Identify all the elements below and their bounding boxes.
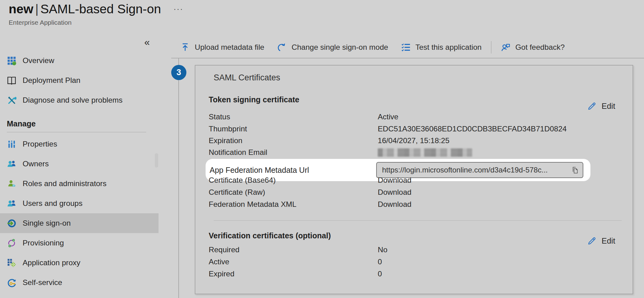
key-icon [7, 278, 16, 287]
federation-metadata-xml-row: Federation Metadata XML Download [209, 198, 620, 210]
sidebar-item-label: Roles and administrators [23, 179, 107, 188]
row-label: Notification Email [209, 148, 378, 157]
sidebar-item-label: Deployment Plan [23, 76, 80, 85]
download-xml-link[interactable]: Download [378, 200, 411, 209]
sidebar-item-label: Overview [23, 56, 54, 65]
sidebar-item-deployment-plan[interactable]: Deployment Plan [0, 70, 159, 90]
saml-certificates-card: SAML Certificates Token signing certific… [195, 65, 633, 294]
change-sso-mode-button[interactable]: Change single sign-on mode [272, 39, 394, 56]
sidebar-item-provisioning[interactable]: Provisioning [0, 233, 159, 253]
sync-icon [7, 238, 16, 248]
active-row: Active 0 [209, 256, 620, 268]
row-label: Thumbprint [209, 125, 378, 133]
tools-icon [7, 96, 16, 105]
download-base64-link[interactable]: Download [378, 176, 411, 185]
row-label: Certificate (Base64) [209, 176, 378, 185]
sign-in-icon [7, 219, 16, 228]
metadata-url-value: https://login.microsoftonline.com/d3a4c1… [382, 166, 548, 174]
thumbprint-row: Thumbprint EDC51A30E36068ED1CD0CDB3BECFA… [209, 123, 620, 135]
app-window: new|SAML-based Sign-on ··· Enterprise Ap… [0, 0, 644, 298]
sidebar-item-application-proxy[interactable]: Application proxy [0, 253, 159, 273]
sidebar-item-label: Users and groups [23, 199, 82, 208]
upload-metadata-button[interactable]: Upload metadata file [175, 39, 270, 56]
edit-token-signing-button[interactable]: Edit [587, 102, 615, 111]
toolbar-button-label: Upload metadata file [195, 43, 264, 52]
token-signing-heading: Token signing certificate [209, 95, 299, 104]
sidebar-item-properties[interactable]: Properties [0, 134, 159, 154]
card-title: SAML Certificates [214, 73, 280, 83]
undo-icon [277, 43, 287, 52]
sidebar-item-label: Owners [23, 160, 49, 168]
download-raw-link[interactable]: Download [378, 188, 411, 197]
page-subtitle: Enterprise Application [9, 19, 183, 26]
expiration-value: 16/04/2027, 15:18:25 [378, 136, 450, 145]
thumbprint-value: EDC51A30E36068ED1CD0CDB3BECFAD34B71D0824 [378, 125, 567, 133]
row-label: Expired [209, 270, 378, 278]
row-label: Certificate (Raw) [209, 188, 378, 197]
expiration-row: Expiration 16/04/2027, 15:18:25 [209, 135, 620, 147]
overview-icon [7, 56, 16, 66]
checklist-icon [401, 43, 411, 52]
expired-value: 0 [378, 270, 382, 278]
status-row: Status Active [209, 111, 620, 123]
feedback-icon [501, 43, 511, 52]
toolbar-divider [171, 58, 644, 58]
people-icon [7, 199, 16, 208]
step-timeline-line [178, 58, 179, 298]
sidebar-collapse-icon[interactable]: « [144, 36, 150, 48]
active-value: 0 [378, 258, 382, 266]
sidebar-divider [7, 132, 146, 132]
role-person-icon [7, 179, 16, 189]
toolbar-button-label: Change single sign-on mode [292, 43, 388, 52]
sidebar-item-diagnose[interactable]: Diagnose and solve problems [0, 90, 159, 110]
sidebar-item-label: Properties [23, 140, 57, 148]
feedback-button[interactable]: Got feedback? [496, 39, 570, 56]
edit-button-label: Edit [602, 102, 615, 111]
test-application-button[interactable]: Test this application [396, 39, 487, 56]
upload-icon [181, 43, 190, 52]
sidebar-item-roles[interactable]: Roles and administrators [0, 174, 159, 194]
command-bar: Upload metadata file Change single sign-… [175, 37, 570, 57]
card-section-divider [214, 220, 622, 221]
row-label: Expiration [209, 136, 378, 145]
step-badge: 3 [171, 65, 186, 80]
sidebar-item-users-groups[interactable]: Users and groups [0, 194, 159, 213]
sidebar-item-label: Provisioning [23, 239, 64, 247]
expired-row: Expired 0 [209, 268, 620, 280]
page-title: new|SAML-based Sign-on [9, 2, 161, 16]
toolbar-button-label: Test this application [416, 43, 482, 52]
sidebar-section-manage: Manage [0, 110, 159, 132]
sidebar-item-self-service[interactable]: Self-service [0, 273, 159, 292]
metadata-url-label: App Federation Metadata Url [210, 166, 309, 175]
required-value: No [378, 245, 387, 254]
sidebar-item-single-sign-on[interactable]: Single sign-on [0, 213, 159, 233]
row-label: Active [209, 258, 378, 266]
sidebar-item-overview[interactable]: Overview [0, 51, 159, 70]
sidebar-scrollbar-thumb[interactable] [155, 153, 158, 168]
page-header: new|SAML-based Sign-on ··· Enterprise Ap… [9, 2, 183, 26]
proxy-icon [7, 258, 16, 268]
pencil-icon [587, 102, 596, 111]
redacted-email-value [378, 148, 472, 157]
notification-email-row: Notification Email [209, 147, 620, 158]
required-row: Required No [209, 244, 620, 256]
sidebar-item-label: Application proxy [23, 258, 80, 267]
title-separator: | [33, 2, 41, 16]
row-label: Required [209, 245, 378, 254]
sidebar-item-label: Single sign-on [23, 219, 71, 228]
app-name: new [9, 2, 33, 16]
row-label: Federation Metadata XML [209, 200, 378, 209]
certificate-raw-row: Certificate (Raw) Download [209, 186, 620, 198]
people-icon [7, 159, 16, 169]
toolbar-separator [491, 41, 491, 53]
sidebar-item-owners[interactable]: Owners [0, 154, 159, 174]
copy-icon[interactable] [571, 166, 579, 174]
sidebar: Overview Deployment Plan Diagnose and so… [0, 51, 159, 292]
toolbar-button-label: Got feedback? [515, 43, 564, 52]
row-label: Status [209, 113, 378, 121]
sidebar-item-label: Diagnose and solve problems [23, 96, 123, 104]
status-value: Active [378, 113, 398, 121]
book-icon [7, 76, 16, 85]
more-options-icon[interactable]: ··· [173, 4, 183, 14]
certificate-base64-row: Certificate (Base64) Download [209, 174, 620, 186]
